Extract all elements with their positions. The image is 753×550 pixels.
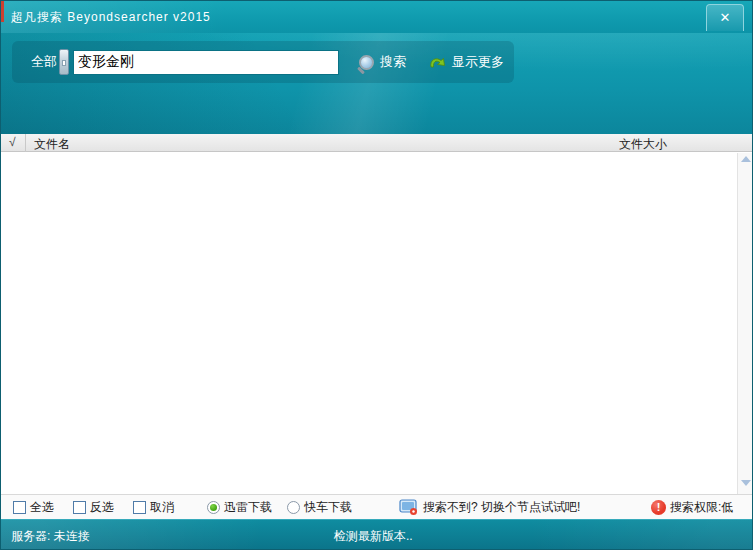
status-bar: 服务器: 未连接 检测最新版本.. <box>1 519 752 550</box>
results-list[interactable] <box>1 153 752 494</box>
search-permission-status: ! 搜索权限:低 <box>651 495 733 520</box>
column-header-filesize[interactable]: 文件大小 <box>619 136 667 153</box>
app-window: 超凡搜索 Beyondsearcher v2015 ✕ 全部 搜索 显示更多 <box>0 0 753 550</box>
scope-dropdown-button[interactable] <box>59 49 69 75</box>
switch-node-hint[interactable]: 搜索不到? 切换个节点试试吧! <box>399 495 580 520</box>
checkbox-label: 取消 <box>150 499 174 516</box>
scroll-up-icon[interactable] <box>741 156 751 162</box>
checkbox-icon <box>133 501 146 514</box>
radio-icon <box>287 501 300 514</box>
list-column-header: √ 文件名 文件大小 <box>1 134 752 152</box>
radio-thunder-download[interactable]: 迅雷下载 <box>207 495 272 520</box>
select-column-header[interactable]: √ <box>9 135 16 149</box>
show-more-label: 显示更多 <box>452 53 504 71</box>
radio-selected-icon <box>207 501 220 514</box>
checkbox-label: 全选 <box>30 499 54 516</box>
magnifier-icon <box>359 55 374 70</box>
green-arrow-icon <box>428 54 446 70</box>
magnifier-handle <box>357 66 365 74</box>
column-header-filename[interactable]: 文件名 <box>34 136 70 153</box>
show-more-button[interactable]: 显示更多 <box>428 53 504 71</box>
update-status-text: 检测最新版本.. <box>334 528 413 545</box>
column-separator <box>25 134 26 152</box>
checkbox-label: 反选 <box>90 499 114 516</box>
search-panel: 全部 搜索 显示更多 <box>12 41 514 83</box>
search-input[interactable] <box>73 50 339 75</box>
switch-node-hint-label: 搜索不到? 切换个节点试试吧! <box>423 499 580 516</box>
titlebar-accent-strip <box>1 1 4 22</box>
checkbox-icon <box>13 501 26 514</box>
scrollbar[interactable] <box>737 153 752 494</box>
window-title: 超凡搜索 Beyondsearcher v2015 <box>11 1 211 33</box>
scroll-down-icon[interactable] <box>741 480 751 486</box>
checkbox-cancel[interactable]: 取消 <box>133 495 174 520</box>
search-button-label: 搜索 <box>380 53 406 71</box>
checkbox-select-all[interactable]: 全选 <box>13 495 54 520</box>
close-icon: ✕ <box>720 10 731 25</box>
exclamation-icon: ! <box>651 500 666 515</box>
checkbox-invert-selection[interactable]: 反选 <box>73 495 114 520</box>
close-button[interactable]: ✕ <box>706 4 744 31</box>
radio-label: 快车下载 <box>304 499 352 516</box>
radio-flashget-download[interactable]: 快车下载 <box>287 495 352 520</box>
dropdown-thumb-icon <box>62 60 66 66</box>
radio-label: 迅雷下载 <box>224 499 272 516</box>
title-bar: 超凡搜索 Beyondsearcher v2015 ✕ <box>1 1 752 33</box>
scope-select[interactable]: 全部 <box>31 53 57 71</box>
search-button[interactable]: 搜索 <box>359 53 406 71</box>
server-status-text: 服务器: 未连接 <box>11 528 90 545</box>
monitor-icon <box>399 499 418 516</box>
search-header: 全部 搜索 显示更多 <box>1 33 752 134</box>
bottom-toolbar: 全选 反选 取消 迅雷下载 快车下载 搜索不到? 切换个节点试试吧! <box>1 494 752 519</box>
search-permission-label: 搜索权限:低 <box>670 499 733 516</box>
checkbox-icon <box>73 501 86 514</box>
